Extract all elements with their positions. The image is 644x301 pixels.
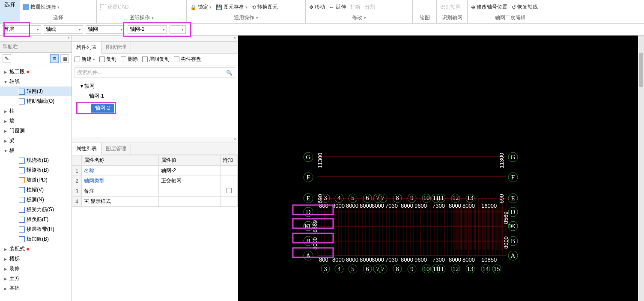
svg-text:G: G [306, 154, 311, 161]
extra-select[interactable]: ▾ [170, 25, 186, 34]
group-label-draw: 绘图 [416, 13, 433, 22]
property-row[interactable]: 4 +显示样式 [72, 197, 238, 207]
recog-axis-button[interactable]: 识别轴网 [440, 3, 461, 11]
group-label-common: 通用操作 ▾ [190, 13, 302, 22]
nav-subitem[interactable]: 板洞(N) [0, 195, 72, 205]
nav-view-grid[interactable]: ▦ [60, 54, 69, 63]
restore-cad-button[interactable]: 还原CAD [100, 3, 128, 11]
tab-properties[interactable]: 属性列表 [72, 143, 101, 155]
svg-text:8000: 8000 [462, 256, 475, 263]
nav-close[interactable]: × [0, 36, 72, 42]
canvas-viewport[interactable]: GGFFEEDD1/C1/CCCBBAA11300690856980001130… [238, 36, 644, 301]
item-select[interactable]: 轴网-2▾ [128, 25, 167, 34]
property-row[interactable]: 3 备注 [72, 186, 238, 197]
prop-header-name: 属性名称 [82, 155, 159, 166]
nav-item[interactable]: ▸基础 [0, 283, 72, 293]
svg-text:12: 12 [453, 265, 459, 272]
search-input[interactable]: 搜索构件...🔍 [75, 67, 235, 78]
svg-text:3: 3 [324, 265, 327, 272]
svg-text:A: A [511, 252, 516, 259]
nav-tree: ▸施工段▾轴线轴网(J)辅助轴线(O)▸柱▸墙▸门窗洞▸梁▾板现浇板(B)螺旋板… [0, 65, 72, 301]
tab-drawing-mgmt[interactable]: 图纸管理 [101, 42, 131, 53]
new-button[interactable]: 新建▾ [75, 56, 95, 63]
svg-text:9: 9 [410, 265, 414, 272]
svg-text:7030: 7030 [385, 203, 398, 209]
prop-close[interactable]: × [72, 137, 238, 143]
break-button[interactable]: 打断 [350, 3, 361, 11]
nav-item[interactable]: ▸楼梯 [0, 254, 72, 264]
nav-item[interactable]: ▸施工段 [0, 67, 72, 77]
tab-component-list[interactable]: 构件列表 [72, 42, 101, 54]
restore-axis-button[interactable]: ↺恢复轴线 [512, 3, 538, 11]
extend-icon: ↔ [329, 4, 334, 10]
property-row[interactable]: 1 名称 轴网-2 [72, 166, 238, 176]
nav-subitem[interactable]: 板加腋(B) [0, 234, 72, 244]
nav-tool-add[interactable]: ✎ [3, 54, 11, 63]
convert-button[interactable]: ⟲转换图元 [252, 3, 278, 11]
svg-text:690: 690 [498, 194, 505, 203]
category-select[interactable]: 轴线▾ [44, 25, 83, 34]
svg-text:8569: 8569 [312, 220, 318, 232]
prim-disk-button[interactable]: 💾图元存盘▾ [216, 3, 247, 11]
group-label-edit: 轴网二次编辑 [471, 13, 549, 22]
split-button[interactable]: 分割 [365, 3, 375, 11]
nav-item[interactable]: ▾轴线 [0, 77, 72, 86]
mod-pos-button[interactable]: ⊕修改轴号位置 [471, 3, 507, 11]
move-button[interactable]: ✥移动 [309, 3, 325, 11]
svg-text:5: 5 [351, 194, 355, 201]
nav-subitem[interactable]: 辅助轴线(O) [0, 96, 72, 106]
nav-subitem[interactable]: 坡道(PD) [0, 175, 72, 185]
ribbon: 选择 按属性选择▾ 选择 还原CAD 图纸操作 ▾ 🔒锁定▾ 💾图元存盘▾ ⟲转… [0, 0, 644, 24]
clist-item-selected[interactable]: 轴网-2 [91, 104, 114, 113]
nav-item[interactable]: ▸土方 [0, 274, 72, 283]
save-component-button[interactable]: 构件存盘 [174, 56, 201, 63]
type-select[interactable]: 轴网▾ [86, 25, 125, 34]
property-row[interactable]: 2 轴网类型 正交轴网 [72, 176, 238, 186]
nav-subitem[interactable]: 螺旋板(B) [0, 165, 72, 175]
nav-subitem[interactable]: 楼层板带(H) [0, 224, 72, 234]
clist-root[interactable]: ▾ 轴网 [76, 81, 238, 91]
extend-button[interactable]: ↔延伸 [329, 3, 346, 11]
svg-text:8000: 8000 [449, 203, 461, 209]
svg-text:9600: 9600 [414, 256, 427, 263]
floor-copy-button[interactable]: 层间复制 [142, 56, 170, 63]
nav-subitem[interactable]: 现浇板(B) [0, 155, 72, 165]
floor-select[interactable]: 首层▾ [2, 25, 41, 34]
nav-view-list[interactable]: ≡ [50, 54, 59, 63]
svg-text:F: F [307, 174, 310, 181]
svg-text:8000: 8000 [462, 203, 475, 209]
nav-subitem[interactable]: 板负筋(F) [0, 215, 72, 224]
svg-text:B: B [511, 238, 515, 244]
nav-item[interactable]: ▾板 [0, 146, 72, 155]
nav-panel: × 导航栏 ✎ ≡ ▦ ▸施工段▾轴线轴网(J)辅助轴线(O)▸柱▸墙▸门窗洞▸… [0, 36, 72, 301]
tab-layers[interactable]: 图层管理 [101, 143, 131, 155]
nav-item[interactable]: ▸梁 [0, 136, 72, 146]
nav-item[interactable]: ▸柱 [0, 106, 72, 116]
clist-item[interactable]: 轴网-1 [76, 91, 238, 101]
svg-text:7: 7 [381, 265, 385, 272]
nav-item[interactable]: ▸门窗洞 [0, 126, 72, 136]
lock-button[interactable]: 🔒锁定▾ [190, 3, 212, 11]
group-label-recog: 识别轴网 [440, 13, 464, 22]
svg-text:E: E [306, 195, 310, 202]
group-label-drawing: 图纸操作 ▾ [100, 13, 183, 22]
nav-item[interactable]: ▸装修 [0, 264, 72, 274]
attr-select-button[interactable]: 按属性选择▾ [23, 3, 60, 11]
nav-subitem[interactable]: 板受力筋(S) [0, 205, 72, 215]
convert-icon: ⟲ [252, 4, 256, 10]
nav-item[interactable]: ▸墙 [0, 116, 72, 126]
mid-close[interactable]: × [72, 36, 238, 42]
svg-text:8000: 8000 [360, 256, 372, 263]
nav-subitem[interactable]: 柱帽(V) [0, 185, 72, 195]
property-table: 属性名称 属性值 附加 1 名称 轴网-2 2 轴网类型 正交轴网 3 备注 4… [72, 155, 238, 207]
delete-button[interactable]: 删除 [121, 56, 138, 63]
svg-text:8: 8 [396, 265, 399, 272]
nav-item[interactable]: ▸装配式 [0, 244, 72, 254]
canvas-scrollbar[interactable] [638, 36, 644, 301]
select-tab[interactable]: 选择 [0, 0, 20, 23]
svg-text:8000: 8000 [346, 256, 358, 263]
search-icon: 🔍 [226, 70, 233, 76]
copy-button[interactable]: 复制 [99, 56, 116, 63]
svg-text:14: 14 [483, 265, 489, 272]
nav-subitem[interactable]: 轴网(J) [0, 86, 72, 96]
